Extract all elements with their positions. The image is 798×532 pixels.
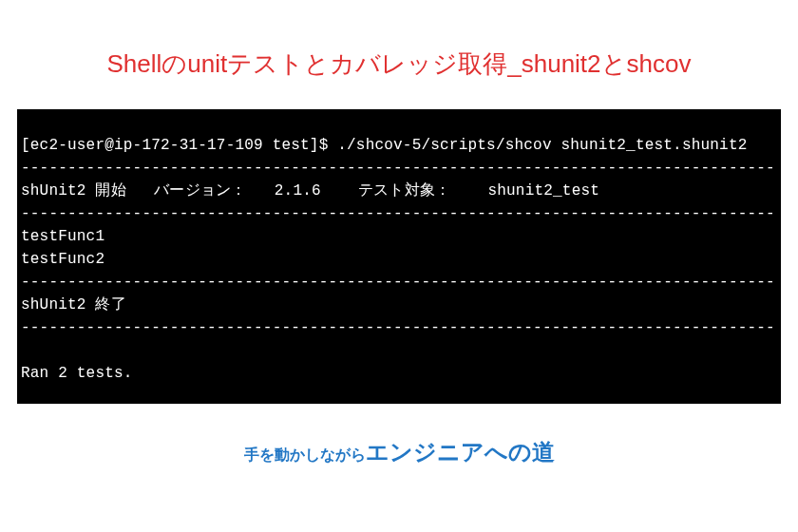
separator: ----------------------------------------…: [21, 274, 775, 291]
ran-tests-line: Ran 2 tests.: [21, 365, 133, 382]
test-name-1: testFunc1: [21, 228, 104, 245]
separator: ----------------------------------------…: [21, 205, 775, 222]
caption-small: 手を動かしながら: [244, 446, 366, 463]
shunit-start-line: shUnit2 開始 バージョン： 2.1.6 テスト対象： shunit2_t…: [21, 182, 599, 200]
caption-large: エンジニアへの道: [366, 439, 555, 465]
test-name-2: testFunc2: [21, 251, 104, 268]
caption: 手を動かしながらエンジニアへの道: [0, 437, 798, 467]
terminal-output: [ec2-user@ip-172-31-17-109 test]$ ./shco…: [17, 109, 781, 404]
shunit-end-line: shUnit2 終了: [21, 296, 126, 314]
separator: ----------------------------------------…: [21, 160, 775, 177]
prompt-line: [ec2-user@ip-172-31-17-109 test]$ ./shco…: [21, 137, 748, 154]
page-title: Shellのunitテストとカバレッジ取得_shunit2とshcov: [0, 0, 798, 100]
separator: ----------------------------------------…: [21, 319, 775, 336]
